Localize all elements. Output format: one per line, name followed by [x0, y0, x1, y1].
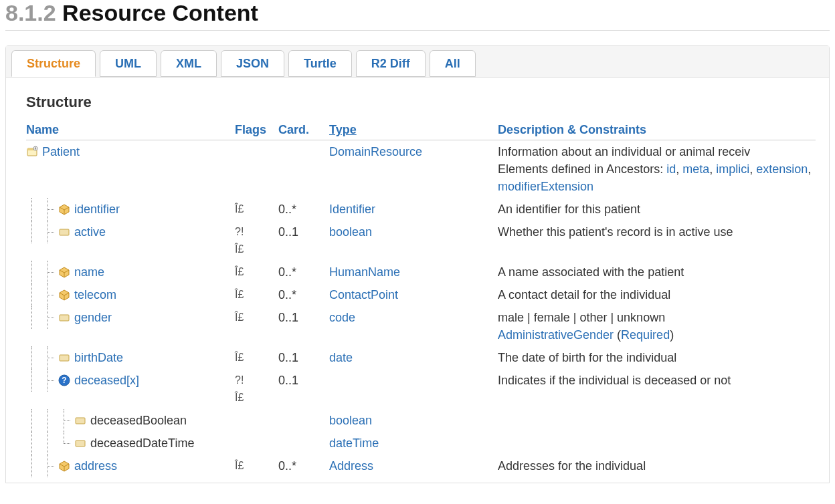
flags-cell: ?!Î£ [235, 223, 278, 258]
tab-all[interactable]: All [430, 50, 476, 77]
ancestor-link[interactable]: modifierExtension [498, 180, 593, 193]
col-header-desc[interactable]: Description & Constraints [498, 123, 816, 137]
tab-json[interactable]: JSON [221, 50, 284, 77]
table-row: birthDateÎ£0..1dateThe date of birth for… [26, 346, 816, 369]
tab-turtle[interactable]: Turtle [288, 50, 352, 77]
tab-uml[interactable]: UML [100, 50, 157, 77]
element-name: deceasedDateTime [90, 434, 194, 452]
card-cell: 0..1 [278, 309, 329, 326]
cube-icon [58, 203, 70, 215]
type-link[interactable]: boolean [329, 414, 372, 427]
desc-text: Information about an individual or anima… [498, 143, 816, 160]
type-link[interactable]: DomainResource [329, 145, 422, 158]
card-cell: 0..* [278, 201, 329, 218]
card-cell: 0..1 [278, 223, 329, 241]
tab-strip: StructureUMLXMLJSONTurtleR2 DiffAll [6, 46, 829, 78]
flags-cell: Î£ [235, 263, 278, 281]
desc-text: A contact detail for the individual [498, 286, 816, 303]
subheading: Structure [26, 94, 816, 111]
binding-strength[interactable]: Required [621, 328, 670, 342]
flags-cell: Î£ [235, 201, 278, 218]
heading-number: 8.1.2 [5, 0, 56, 25]
table-row: genderÎ£0..1codemale | female | other | … [26, 306, 816, 346]
tab-r2-diff[interactable]: R2 Diff [356, 50, 426, 77]
table-row: identifierÎ£0..*IdentifierAn identifier … [26, 198, 816, 221]
col-header-flags[interactable]: Flags [235, 123, 278, 137]
col-header-type[interactable]: Type [329, 123, 498, 137]
card-cell: 0..* [278, 457, 329, 475]
prim-icon [58, 352, 70, 364]
table-header: Name Flags Card. Type Description & Cons… [26, 123, 816, 140]
table-row: PatientDomainResourceInformation about a… [26, 140, 816, 198]
card-cell: 0..* [278, 286, 329, 303]
cube-icon [58, 460, 70, 472]
prim-icon [74, 437, 86, 449]
card-cell: 0..1 [278, 349, 329, 366]
heading-divider [5, 30, 830, 31]
prim-icon [58, 226, 70, 238]
card-cell: 0..1 [278, 372, 329, 389]
type-link[interactable]: date [329, 351, 353, 364]
ancestor-link[interactable]: meta [682, 162, 709, 176]
element-name[interactable]: birthDate [74, 349, 123, 366]
cube-icon [58, 266, 70, 278]
desc-text: A name associated with the patient [498, 263, 816, 281]
structure-table: Name Flags Card. Type Description & Cons… [26, 123, 816, 477]
ancestor-link[interactable]: implici [716, 162, 749, 176]
type-link[interactable]: dateTime [329, 436, 379, 450]
element-name: deceasedBoolean [90, 412, 187, 429]
element-name[interactable]: active [74, 223, 106, 241]
desc-text: The date of birth for the individual [498, 349, 816, 366]
table-row: addressÎ£0..*AddressAddresses for the in… [26, 455, 816, 477]
ancestor-link[interactable]: id [666, 162, 676, 176]
binding-link[interactable]: AdministrativeGender [498, 328, 614, 342]
table-row: deceased[x]?!Î£0..1Indicates if the indi… [26, 369, 816, 409]
heading-title: Resource Content [62, 0, 258, 25]
ancestor-link[interactable]: extension [756, 162, 808, 176]
content-panel: StructureUMLXMLJSONTurtleR2 DiffAll Stru… [5, 45, 830, 483]
type-link[interactable]: Identifier [329, 203, 375, 216]
desc-text: Addresses for the individual [498, 457, 816, 475]
element-name[interactable]: address [74, 457, 117, 475]
ancestors-line: Elements defined in Ancestors: id, meta,… [498, 160, 816, 195]
type-link[interactable]: HumanName [329, 265, 400, 279]
table-row: telecomÎ£0..*ContactPointA contact detai… [26, 283, 816, 306]
type-link[interactable]: code [329, 311, 355, 324]
element-name[interactable]: telecom [74, 286, 116, 303]
binding-line: AdministrativeGender (Required) [498, 326, 816, 344]
table-row: deceasedDateTimedateTime [26, 432, 816, 455]
element-name[interactable]: identifier [74, 201, 120, 218]
tab-structure[interactable]: Structure [11, 50, 96, 77]
element-name[interactable]: Patient [42, 143, 80, 160]
desc-text: Indicates if the individual is deceased … [498, 372, 816, 389]
col-header-name[interactable]: Name [26, 123, 235, 137]
desc-text: male | female | other | unknown [498, 309, 816, 326]
table-row: deceasedBooleanboolean [26, 409, 816, 432]
flags-cell: Î£ [235, 309, 278, 326]
flags-cell: Î£ [235, 349, 278, 366]
choice-icon [58, 374, 70, 386]
card-cell: 0..* [278, 263, 329, 281]
flags-cell: Î£ [235, 286, 278, 303]
desc-text: Whether this patient's record is in acti… [498, 223, 816, 241]
col-header-card[interactable]: Card. [278, 123, 329, 137]
prim-icon [74, 414, 86, 426]
prim-icon [58, 311, 70, 324]
desc-text: An identifier for this patient [498, 201, 816, 218]
flags-cell: ?!Î£ [235, 372, 278, 406]
element-name[interactable]: name [74, 263, 104, 281]
element-name[interactable]: deceased[x] [74, 372, 139, 389]
tab-xml[interactable]: XML [161, 50, 217, 77]
table-row: nameÎ£0..*HumanNameA name associated wit… [26, 261, 816, 283]
element-name[interactable]: gender [74, 309, 112, 326]
page-heading: 8.1.2 Resource Content [5, 0, 830, 26]
cube-icon [58, 289, 70, 301]
type-link[interactable]: ContactPoint [329, 288, 398, 301]
type-link[interactable]: boolean [329, 225, 372, 239]
type-link[interactable]: Address [329, 459, 373, 473]
table-row: active?!Î£0..1booleanWhether this patien… [26, 221, 816, 261]
flags-cell: Î£ [235, 457, 278, 475]
resource-icon [26, 146, 38, 158]
